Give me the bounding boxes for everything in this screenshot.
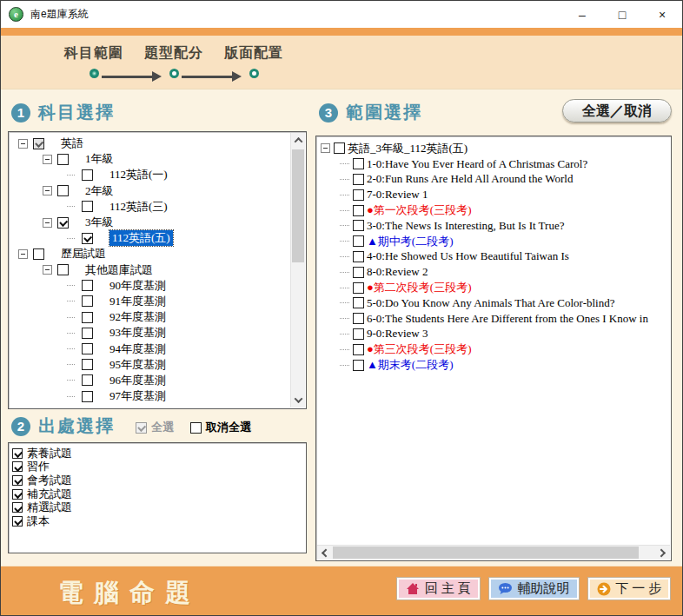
collapse-toggle-icon[interactable] <box>321 143 330 153</box>
checkbox[interactable] <box>12 461 23 472</box>
minimize-button[interactable]: – <box>562 1 602 28</box>
tree-item[interactable]: 1-0:Have You Ever Heard of A Christmas C… <box>317 156 670 172</box>
tree-item[interactable]: 歷屆試題 <box>10 246 290 262</box>
tree-item[interactable]: 2-0:Fun Runs Are Held All Around the Wor… <box>317 172 670 188</box>
checkbox[interactable] <box>353 360 364 371</box>
checkbox[interactable] <box>33 138 44 149</box>
checkbox[interactable] <box>82 374 93 386</box>
checkbox[interactable] <box>82 328 93 339</box>
tree-item[interactable]: 英語_3年級_112英語(五) <box>317 141 670 156</box>
maximize-button[interactable]: □ <box>602 1 642 28</box>
tree-item[interactable]: 112英語(三) <box>10 199 290 215</box>
checkbox[interactable] <box>82 169 93 181</box>
checkbox[interactable] <box>353 297 364 308</box>
scroll-up-icon[interactable] <box>291 133 306 148</box>
tree-item[interactable]: 91年度基測 <box>10 294 290 309</box>
tree-item[interactable]: 97年度基測 <box>10 388 290 404</box>
list-item[interactable]: 素養試題 <box>12 447 305 460</box>
tree-item[interactable]: 94年度基測 <box>10 341 290 356</box>
tree-item[interactable]: 英語 <box>10 136 290 151</box>
tree-item[interactable]: 93年度基測 <box>10 325 290 341</box>
home-button[interactable]: 回 主 頁 <box>396 577 481 600</box>
checkbox[interactable] <box>353 282 364 294</box>
list-item[interactable]: 精選試題 <box>12 500 305 514</box>
list-item[interactable]: 補充試題 <box>12 487 305 501</box>
tree-item[interactable]: ●第一次段考(三段考) <box>317 202 670 218</box>
collapse-toggle-icon[interactable] <box>43 218 52 228</box>
collapse-toggle-icon[interactable] <box>43 155 52 164</box>
checkbox[interactable] <box>12 516 23 527</box>
list-item[interactable]: 課本 <box>12 514 305 528</box>
checkbox[interactable] <box>57 185 69 196</box>
collapse-toggle-icon[interactable] <box>43 186 52 195</box>
tree-item[interactable]: ●第二次段考(三段考) <box>317 280 670 295</box>
tree-item[interactable]: 90年度基測 <box>10 278 290 294</box>
tree-item[interactable]: ▲期末考(二段考) <box>317 357 670 373</box>
checkbox[interactable] <box>353 328 364 340</box>
checkbox[interactable] <box>82 295 93 307</box>
checkbox[interactable] <box>82 312 93 323</box>
vertical-scrollbar[interactable] <box>290 133 305 407</box>
tree-item-selected[interactable]: 112英語(五) <box>10 230 290 246</box>
tree-item[interactable]: 其他題庫試題 <box>10 262 290 278</box>
checkbox[interactable] <box>82 233 93 244</box>
checkbox[interactable] <box>334 142 345 154</box>
scroll-down-icon[interactable] <box>291 393 306 407</box>
tree-item[interactable]: 5-0:Do You Know Any Animals That Are Col… <box>317 295 670 311</box>
tree-item[interactable]: 4-0:He Showed Us How Beautiful Taiwan Is <box>317 249 670 265</box>
tree-item[interactable]: 3-0:The News Is Interesting, But Is It T… <box>317 218 670 234</box>
checkbox[interactable] <box>353 313 364 324</box>
checkbox[interactable] <box>353 267 364 278</box>
collapse-toggle-icon[interactable] <box>18 139 28 149</box>
tree-item[interactable]: 3年級 <box>10 215 290 230</box>
checkbox[interactable] <box>353 220 364 231</box>
checkbox[interactable] <box>57 154 69 165</box>
checkbox[interactable] <box>82 280 93 291</box>
checkbox[interactable] <box>353 251 364 262</box>
tree-item[interactable]: 96年度基測 <box>10 373 290 388</box>
checkbox[interactable] <box>57 264 69 275</box>
tree-item[interactable]: 112英語(一) <box>10 167 290 182</box>
select-toggle-button[interactable]: 全選／取消 <box>562 99 672 123</box>
next-button[interactable]: 下 一 步 <box>587 577 672 600</box>
tree-item[interactable]: ▲期中考(二段考) <box>317 234 670 249</box>
checkbox[interactable] <box>82 201 93 212</box>
tree-item[interactable]: 92年度基測 <box>10 309 290 325</box>
tree-item[interactable]: 7-0:Review 1 <box>317 187 670 202</box>
tree-item[interactable]: 8-0:Review 2 <box>317 264 670 280</box>
list-item[interactable]: 會考試題 <box>12 474 305 487</box>
collapse-toggle-icon[interactable] <box>43 265 52 275</box>
checkbox[interactable] <box>353 235 364 247</box>
list-item[interactable]: 習作 <box>12 460 305 474</box>
tree-item[interactable]: 9-0:Review 3 <box>317 327 670 342</box>
help-button[interactable]: 輔助說明 <box>488 577 580 600</box>
checkbox[interactable] <box>12 502 23 513</box>
checkbox[interactable] <box>12 448 23 459</box>
scrollbar-thumb[interactable] <box>333 546 639 559</box>
scroll-left-icon[interactable] <box>317 546 332 560</box>
checkbox[interactable] <box>190 422 202 434</box>
tree-item[interactable]: 95年度基測 <box>10 357 290 373</box>
checkbox[interactable] <box>12 475 23 486</box>
checkbox[interactable] <box>353 344 364 355</box>
checkbox[interactable] <box>353 189 364 201</box>
checkbox[interactable] <box>353 174 364 185</box>
checkbox[interactable] <box>12 489 23 500</box>
tree-item[interactable]: ●第三次段考(三段考) <box>317 341 670 357</box>
collapse-toggle-icon[interactable] <box>18 249 28 259</box>
checkbox[interactable] <box>82 343 93 354</box>
scroll-right-icon[interactable] <box>655 546 670 560</box>
checkbox[interactable] <box>82 391 93 402</box>
checkbox[interactable] <box>353 158 364 169</box>
scrollbar-thumb[interactable] <box>292 149 304 262</box>
tree-item[interactable]: 6-0:The Students Here Are Different from… <box>317 311 670 327</box>
checkbox[interactable] <box>82 359 93 370</box>
checkbox[interactable] <box>353 205 364 216</box>
checkbox[interactable] <box>57 217 69 229</box>
deselect-all-checkbox[interactable]: 取消全選 <box>190 420 251 435</box>
horizontal-scrollbar[interactable] <box>317 545 670 560</box>
tree-item[interactable]: 2年級 <box>10 183 290 199</box>
close-button[interactable]: × <box>642 1 682 28</box>
checkbox[interactable] <box>33 248 44 260</box>
tree-item[interactable]: 1年級 <box>10 151 290 167</box>
